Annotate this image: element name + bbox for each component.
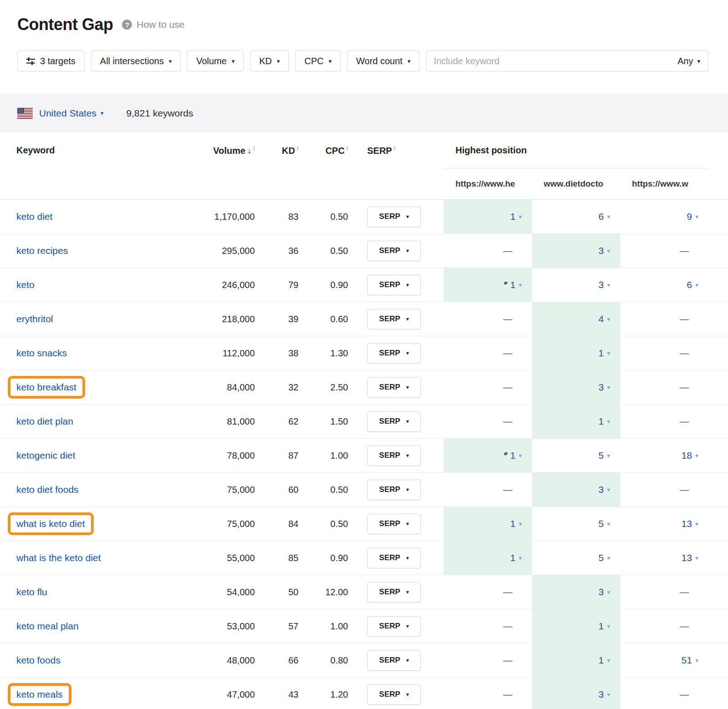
chevron-down-icon: ▾: [695, 657, 698, 664]
position-dropdown[interactable]: 6▾: [687, 279, 698, 290]
column-header-cpc[interactable]: CPCi: [325, 145, 348, 156]
serp-dropdown-button[interactable]: SERP ▾: [367, 343, 421, 364]
keyword-link[interactable]: erythritol: [16, 314, 53, 324]
position-cell: 9▾: [620, 200, 708, 233]
kd-cell: 85: [288, 553, 298, 563]
kd-cell: 83: [288, 212, 298, 222]
position-cell: 1▾: [444, 200, 532, 233]
position-dropdown[interactable]: 51▾: [682, 655, 698, 666]
keyword-link[interactable]: keto snacks: [16, 348, 67, 358]
keyword-link[interactable]: what is the keto diet: [16, 552, 101, 563]
column-header-volume[interactable]: Volume↓i: [213, 145, 255, 156]
position-dropdown[interactable]: 1▾: [510, 552, 522, 563]
column-header-kd[interactable]: KDi: [282, 145, 298, 156]
keyword-link[interactable]: keto diet foods: [16, 484, 79, 495]
position-cell: —: [620, 302, 708, 336]
highest-position-divider: [444, 168, 708, 168]
serp-button-label: SERP: [379, 656, 400, 665]
chevron-down-icon: ▾: [607, 691, 610, 698]
serp-dropdown-button[interactable]: SERP ▾: [367, 411, 421, 432]
serp-dropdown-button[interactable]: SERP ▾: [367, 377, 421, 398]
position-dropdown[interactable]: 1▾: [598, 655, 610, 666]
chevron-down-icon: ▾: [607, 554, 610, 562]
cpc-filter-dropdown[interactable]: CPC ▾: [295, 51, 341, 71]
position-dropdown[interactable]: 6▾: [598, 211, 610, 222]
position-dropdown[interactable]: 13▾: [682, 518, 698, 529]
position-dropdown[interactable]: 3▾: [598, 689, 610, 700]
keyword-cell: keto flu: [0, 587, 189, 598]
keyword-link[interactable]: keto diet plan: [16, 416, 73, 426]
keyword-link[interactable]: keto diet: [16, 211, 52, 222]
position-dropdown[interactable]: 3▾: [598, 279, 610, 290]
position-cell: 5▾: [532, 439, 620, 472]
position-dropdown[interactable]: 3▾: [598, 382, 610, 393]
keyword-link[interactable]: keto breakfast: [16, 382, 76, 392]
country-selector[interactable]: United States ▾: [39, 108, 104, 119]
position-dropdown[interactable]: 1▾: [598, 416, 610, 427]
serp-dropdown-button[interactable]: SERP ▾: [367, 582, 421, 603]
position-dropdown[interactable]: 1▾: [510, 211, 522, 222]
serp-dropdown-button[interactable]: SERP ▾: [367, 446, 421, 466]
featured-snippet-quote-icon: ❛❜: [504, 451, 506, 461]
position-dropdown[interactable]: 3▾: [598, 245, 610, 256]
position-dropdown[interactable]: 1▾: [510, 518, 522, 529]
position-cell: —: [620, 405, 708, 438]
targets-button[interactable]: 3 targets: [17, 51, 85, 71]
position-dropdown[interactable]: 9▾: [687, 211, 698, 222]
any-mode-dropdown[interactable]: Any ▾: [677, 56, 700, 66]
keyword-cell: keto snacks: [0, 348, 189, 359]
volume-cell: 84,000: [227, 382, 255, 393]
serp-dropdown-button[interactable]: SERP ▾: [367, 548, 421, 568]
keyword-link[interactable]: keto recipes: [16, 245, 68, 256]
chevron-down-icon: ▾: [695, 452, 698, 459]
include-keyword-input[interactable]: Include keyword Any ▾: [426, 51, 708, 71]
position-dropdown[interactable]: 1▾: [598, 348, 610, 359]
position-dropdown[interactable]: 13▾: [682, 552, 698, 563]
serp-dropdown-button[interactable]: SERP ▾: [367, 616, 421, 637]
target-column-url-2: www.dietdocto: [532, 179, 620, 189]
serp-dropdown-button[interactable]: SERP ▾: [367, 241, 421, 261]
position-dropdown[interactable]: 3▾: [598, 587, 610, 598]
keyword-link[interactable]: keto flu: [16, 587, 47, 597]
position-dropdown[interactable]: 4▾: [598, 314, 610, 324]
keyword-link[interactable]: keto: [16, 279, 35, 290]
position-dropdown[interactable]: 5▾: [598, 518, 610, 529]
serp-dropdown-button[interactable]: SERP ▾: [367, 684, 421, 705]
serp-dropdown-button[interactable]: SERP ▾: [367, 207, 421, 227]
chevron-down-icon: ▾: [695, 281, 698, 289]
table-row: keto breakfast 84,000 32 2.50 SERP ▾ — 3…: [0, 370, 728, 405]
keyword-link[interactable]: ketogenic diet: [16, 450, 76, 461]
position-dropdown[interactable]: 18▾: [682, 450, 698, 461]
table-row: what is keto diet 75,000 84 0.50 SERP ▾ …: [0, 507, 728, 541]
position-dropdown[interactable]: 1▾: [598, 621, 610, 632]
position-dropdown[interactable]: 3▾: [598, 484, 610, 495]
keyword-link[interactable]: keto meals: [16, 689, 63, 699]
chevron-down-icon: ▾: [519, 452, 522, 459]
keyword-link[interactable]: keto meal plan: [16, 621, 79, 631]
how-to-use-link[interactable]: ? How to use: [122, 19, 184, 30]
position-dropdown[interactable]: ❛❜1▾: [504, 279, 522, 290]
keyword-highlight-box: keto foods: [16, 655, 61, 666]
serp-dropdown-button[interactable]: SERP ▾: [367, 275, 421, 295]
position-cell: 3▾: [532, 575, 620, 609]
position-cell: —: [620, 370, 708, 404]
serp-dropdown-button[interactable]: SERP ▾: [367, 650, 421, 671]
volume-cell: 47,000: [227, 689, 255, 700]
position-dropdown[interactable]: 5▾: [598, 450, 610, 461]
keyword-link[interactable]: keto foods: [16, 655, 61, 665]
keyword-link[interactable]: what is keto diet: [16, 518, 85, 529]
targets-label: 3 targets: [40, 56, 76, 66]
position-dropdown[interactable]: ❛❜1▾: [504, 450, 522, 461]
volume-filter-dropdown[interactable]: Volume ▾: [187, 51, 243, 71]
serp-dropdown-button[interactable]: SERP ▾: [367, 480, 421, 500]
word-count-dropdown[interactable]: Word count ▾: [347, 51, 420, 71]
table-body: keto diet 1,170,000 83 0.50 SERP ▾ 1▾ 6▾…: [0, 200, 728, 709]
keyword-highlight-box: keto breakfast: [8, 376, 85, 399]
position-dropdown[interactable]: 5▾: [598, 552, 610, 563]
column-header-keyword[interactable]: Keyword: [0, 145, 189, 156]
intersections-dropdown[interactable]: All intersections ▾: [91, 51, 181, 71]
serp-dropdown-button[interactable]: SERP ▾: [367, 514, 421, 534]
cpc-cell: 1.50: [330, 416, 348, 427]
serp-dropdown-button[interactable]: SERP ▾: [367, 309, 421, 329]
kd-filter-dropdown[interactable]: KD ▾: [250, 51, 289, 71]
